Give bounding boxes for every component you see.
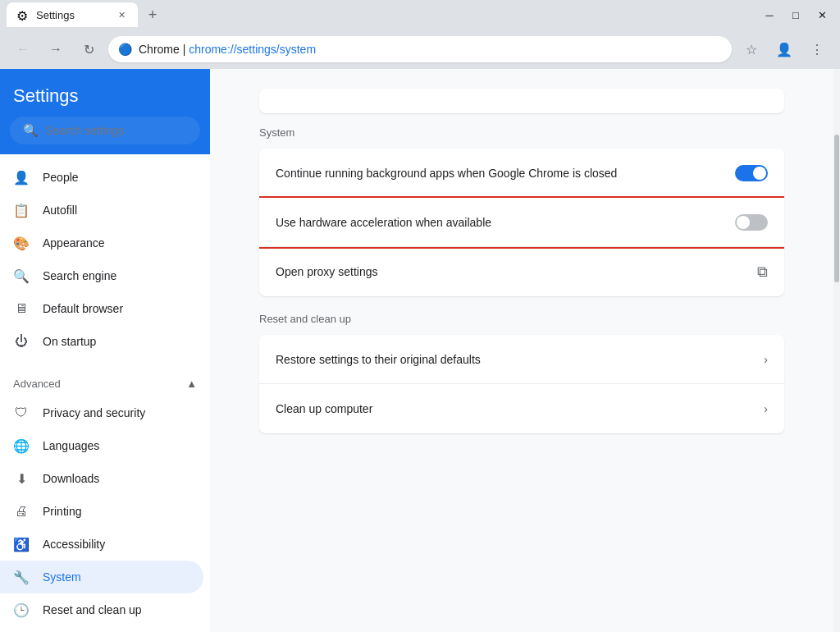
sidebar-item-label: Search engine <box>43 269 116 282</box>
on-startup-icon: ⏻ <box>13 333 30 350</box>
refresh-button[interactable]: ↻ <box>75 36 102 62</box>
advanced-label: Advanced <box>13 378 61 390</box>
new-tab-button[interactable]: + <box>141 3 164 26</box>
system-card: Continue running background apps when Go… <box>259 149 784 296</box>
clean-computer-label: Clean up computer <box>276 402 764 415</box>
sidebar-item-label: Downloads <box>43 472 99 485</box>
minimize-button[interactable]: ─ <box>758 3 781 26</box>
sidebar-item-default-browser[interactable]: 🖥 Default browser <box>0 292 203 325</box>
sidebar-item-accessibility[interactable]: ♿ Accessibility <box>0 528 203 561</box>
address-bar: ← → ↻ 🔵 Chrome | chrome://settings/syste… <box>0 30 840 69</box>
settings-title: Settings <box>13 82 197 117</box>
sidebar-item-on-startup[interactable]: ⏻ On startup <box>0 325 203 358</box>
advanced-collapse-icon: ▲ <box>186 378 197 390</box>
sidebar-item-label: Printing <box>43 505 81 518</box>
background-apps-label: Continue running background apps when Go… <box>276 167 735 180</box>
proxy-settings-label: Open proxy settings <box>276 265 757 278</box>
sidebar-item-label: Languages <box>43 439 99 452</box>
proxy-external-icon: ⧉ <box>757 263 768 281</box>
sidebar-item-label: People <box>43 171 79 184</box>
restore-settings-label: Restore settings to their original defau… <box>276 353 764 366</box>
sidebar-item-people[interactable]: 👤 People <box>0 161 203 194</box>
search-input[interactable] <box>45 124 189 137</box>
background-apps-toggle[interactable] <box>735 165 768 181</box>
background-apps-row: Continue running background apps when Go… <box>259 149 784 198</box>
url-text: Chrome | chrome://settings/system <box>139 43 316 56</box>
hardware-accel-label: Use hardware acceleration when available <box>276 216 735 229</box>
sidebar-item-printing[interactable]: 🖨 Printing <box>0 495 203 528</box>
tab-favicon: ⚙ <box>16 8 30 21</box>
sidebar-item-label: System <box>43 570 81 584</box>
sidebar-item-privacy-security[interactable]: 🛡 Privacy and security <box>0 396 203 429</box>
sidebar-item-label: Privacy and security <box>43 406 145 419</box>
restore-settings-chevron-icon: › <box>764 353 768 366</box>
title-bar: ⚙ Settings ✕ + ─ □ ✕ <box>0 0 840 30</box>
active-tab[interactable]: ⚙ Settings ✕ <box>7 2 138 27</box>
scrollbar-thumb[interactable] <box>834 135 839 282</box>
sidebar-item-label: Default browser <box>43 302 123 315</box>
clean-computer-row[interactable]: Clean up computer › <box>259 384 784 433</box>
sidebar-item-appearance[interactable]: 🎨 Appearance <box>0 227 203 259</box>
sidebar-item-label: Reset and clean up <box>43 603 142 616</box>
downloads-icon: ⬇ <box>13 470 30 487</box>
clean-computer-chevron-icon: › <box>764 402 768 415</box>
url-favicon: 🔵 <box>118 43 132 56</box>
search-icon: 🔍 <box>23 123 39 138</box>
sidebar-section-advanced: 🛡 Privacy and security 🌐 Languages ⬇ Dow… <box>0 396 210 626</box>
reset-card: Restore settings to their original defau… <box>259 335 784 433</box>
tab-title: Settings <box>36 9 108 21</box>
default-browser-icon: 🖥 <box>13 300 30 317</box>
proxy-settings-row[interactable]: Open proxy settings ⧉ <box>259 247 784 296</box>
url-bar[interactable]: 🔵 Chrome | chrome://settings/system <box>108 36 732 62</box>
search-engine-icon: 🔍 <box>13 268 30 284</box>
sidebar-item-label: Appearance <box>43 236 105 250</box>
back-button[interactable]: ← <box>10 36 36 62</box>
partial-top-card <box>259 89 784 113</box>
sidebar-section-main: 👤 People 📋 Autofill 🎨 Appearance 🔍 Searc… <box>0 154 210 358</box>
system-section-title: System <box>259 126 784 139</box>
people-icon: 👤 <box>13 169 30 185</box>
sidebar-item-system[interactable]: 🔧 System <box>0 561 203 593</box>
sidebar-item-languages[interactable]: 🌐 Languages <box>0 429 203 462</box>
autofill-icon: 📋 <box>13 202 30 218</box>
reset-icon: 🕒 <box>13 602 30 618</box>
tab-close-button[interactable]: ✕ <box>115 8 128 21</box>
hardware-accel-row-wrapper: Use hardware acceleration when available <box>259 198 784 247</box>
maximize-button[interactable]: □ <box>784 3 807 26</box>
sidebar-item-autofill[interactable]: 📋 Autofill <box>0 194 203 227</box>
bookmark-button[interactable]: ☆ <box>738 36 765 62</box>
hardware-accel-row: Use hardware acceleration when available <box>259 198 784 247</box>
forward-button[interactable]: → <box>43 36 69 62</box>
privacy-icon: 🛡 <box>13 405 30 421</box>
content-inner: System Continue running background apps … <box>226 69 817 469</box>
hardware-accel-toggle[interactable] <box>735 214 768 231</box>
advanced-section-header[interactable]: Advanced ▲ <box>0 371 210 396</box>
search-box: 🔍 <box>10 117 200 144</box>
profile-button[interactable]: 👤 <box>771 36 797 62</box>
system-icon: 🔧 <box>13 569 30 585</box>
restore-settings-row[interactable]: Restore settings to their original defau… <box>259 335 784 384</box>
sidebar-item-search-engine[interactable]: 🔍 Search engine <box>0 259 203 292</box>
window-controls: ─ □ ✕ <box>758 3 833 26</box>
printing-icon: 🖨 <box>13 503 30 520</box>
reset-section-title: Reset and clean up <box>259 313 784 325</box>
window-close-button[interactable]: ✕ <box>810 3 833 26</box>
languages-icon: 🌐 <box>13 437 30 454</box>
sidebar-item-reset-cleanup[interactable]: 🕒 Reset and clean up <box>0 593 203 626</box>
sidebar: Settings 🔍 👤 People 📋 Autofill <box>0 69 210 632</box>
accessibility-icon: ♿ <box>13 536 30 552</box>
menu-button[interactable]: ⋮ <box>804 36 830 62</box>
sidebar-item-label: On startup <box>43 335 96 348</box>
appearance-icon: 🎨 <box>13 235 30 251</box>
sidebar-item-label: Accessibility <box>43 538 105 551</box>
content-area: System Continue running background apps … <box>210 69 833 632</box>
main-area: Settings 🔍 👤 People 📋 Autofill <box>0 69 840 632</box>
scrollbar-track[interactable] <box>833 69 840 632</box>
sidebar-item-label: Autofill <box>43 204 77 217</box>
sidebar-item-downloads[interactable]: ⬇ Downloads <box>0 462 203 495</box>
